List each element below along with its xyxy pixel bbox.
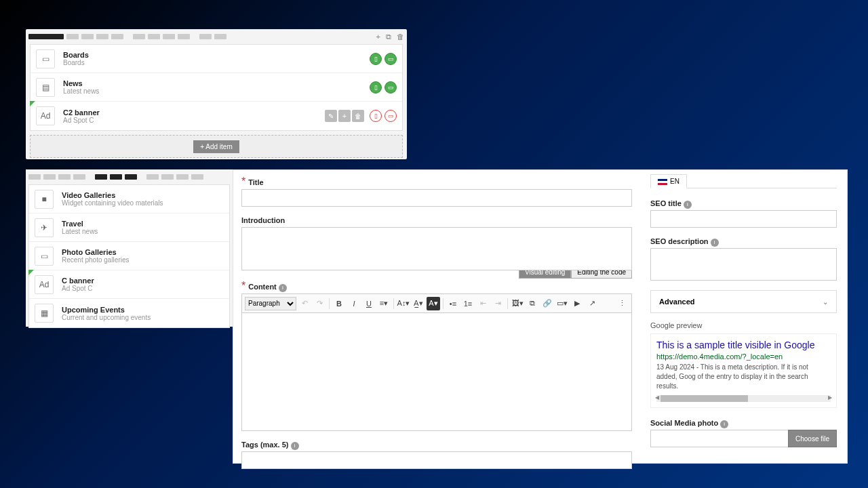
widget-row[interactable]: ■Video GalleriesWidget containing video … [29, 185, 229, 214]
image-icon[interactable]: 🖼▾ [511, 297, 524, 310]
widget-row[interactable]: ▤NewsLatest news▯▭ [31, 73, 402, 102]
widget-type-icon: ▤ [36, 78, 55, 97]
widget-type-icon: ▭ [35, 247, 54, 266]
widget-type-icon: Ad [35, 275, 54, 294]
list-ul-icon[interactable]: •≡ [446, 297, 460, 310]
widget-title: Boards [63, 51, 370, 59]
row-action-icon[interactable]: ✎ [325, 110, 337, 122]
widget-type-icon: ▦ [35, 304, 54, 323]
widget-title: C2 banner [63, 108, 325, 117]
widget-row[interactable]: ✈TravelLatest news [29, 214, 229, 242]
widget-subtitle: Boards [63, 59, 370, 66]
paragraph-select[interactable]: Paragraph [245, 297, 296, 310]
device-badge-icon[interactable]: ▭ [384, 53, 397, 65]
editor-toolbar: Paragraph ↶ ↷ B I U ≡▾ A↕▾ A̲▾ A▾ •≡ 1≡ … [241, 293, 632, 312]
widget-title: Video Galleries [62, 191, 224, 199]
undo-icon[interactable]: ↶ [298, 297, 311, 310]
widget-type-icon: ✈ [35, 218, 54, 237]
device-badge-icon[interactable]: ▯ [370, 81, 382, 94]
widget-row[interactable]: ▭BoardsBoards▯▭ [31, 45, 402, 73]
seo-desc-textarea[interactable] [650, 248, 837, 281]
widget-title: Upcoming Events [62, 306, 224, 314]
tags-label: Tags (max. 5) [241, 441, 289, 449]
g-desc: 13 Aug 2024 - This is a meta description… [656, 363, 831, 391]
widget-title: News [63, 79, 370, 87]
widget-row[interactable]: AdC2 bannerAd Spot C✎+🗑▯▭ [31, 102, 402, 130]
tags-input[interactable] [241, 451, 632, 469]
intro-textarea[interactable] [241, 227, 632, 270]
widget-subtitle: Widget containing video materials [62, 199, 224, 207]
add-item-button[interactable]: + Add item [193, 140, 239, 153]
widget-type-icon: ▭ [36, 49, 55, 68]
chevron-down-icon: ⌄ [823, 298, 828, 306]
row-action-icon[interactable]: 🗑 [352, 110, 364, 122]
preview-scroll[interactable]: ◀▶ [656, 395, 831, 402]
highlight-icon[interactable]: A▾ [427, 297, 440, 310]
fontsize-icon[interactable]: A↕▾ [397, 297, 410, 310]
gallery-icon[interactable]: ⧉ [526, 297, 539, 310]
g-url: https://demo.4media.com/?_locale=en [656, 352, 831, 361]
device-badge-icon[interactable]: ▭ [384, 110, 397, 122]
redo-icon[interactable]: ↷ [313, 297, 326, 310]
more-icon[interactable]: ⋮ [615, 297, 629, 310]
social-photo-input[interactable] [650, 430, 788, 447]
editor-panel: *Title Introduction *Contenti Visual edi… [233, 169, 848, 464]
add-item-row: + Add item [30, 135, 403, 158]
g-title: This is a sample title visible in Google [656, 340, 831, 350]
widget-subtitle: Latest news [62, 228, 224, 235]
widget-title: C banner [62, 277, 224, 285]
align-icon[interactable]: ≡▾ [377, 297, 391, 310]
info-icon: i [684, 201, 692, 209]
panel-delete-icon[interactable]: 🗑 [397, 33, 404, 41]
indent-icon[interactable]: ⇥ [491, 297, 505, 310]
widget-subtitle: Latest news [63, 87, 370, 95]
widget-row[interactable]: AdC bannerAd Spot C [29, 270, 229, 299]
info-icon: i [720, 420, 728, 428]
fontcolor-icon[interactable]: A̲▾ [412, 297, 425, 310]
widget-row[interactable]: ▭Photo GalleriesRecent photo galleries [29, 242, 229, 270]
embed-icon[interactable]: ▭▾ [555, 297, 569, 310]
widget-subtitle: Ad Spot C [63, 117, 325, 124]
widget-box-left: ■Video GalleriesWidget containing video … [26, 169, 233, 327]
italic-icon[interactable]: I [347, 297, 361, 310]
google-preview: This is a sample title visible in Google… [650, 333, 837, 408]
social-photo-label: Social Media photo [650, 419, 718, 427]
video-icon[interactable]: ▶ [570, 297, 584, 310]
widget-title: Travel [62, 220, 224, 228]
link-icon[interactable]: 🔗 [540, 297, 554, 310]
info-icon: i [711, 239, 719, 247]
seo-desc-label: SEO description [650, 237, 709, 245]
seo-title-input[interactable] [650, 210, 837, 228]
info-icon: i [279, 284, 287, 292]
widget-type-icon: Ad [36, 106, 55, 125]
content-editor[interactable] [241, 312, 632, 431]
google-preview-label: Google preview [650, 321, 837, 329]
widget-box-top: + ⧉ 🗑 ▭BoardsBoards▯▭▤NewsLatest news▯▭A… [26, 29, 407, 159]
bold-icon[interactable]: B [332, 297, 346, 310]
underline-icon[interactable]: U [362, 297, 376, 310]
outdent-icon[interactable]: ⇤ [476, 297, 490, 310]
advanced-accordion[interactable]: Advanced⌄ [650, 290, 837, 313]
widget-row[interactable]: ▦Upcoming EventsCurrent and upcoming eve… [29, 299, 229, 327]
widget-type-icon: ■ [35, 190, 54, 209]
content-label: Content [248, 283, 277, 291]
device-badge-icon[interactable]: ▯ [370, 53, 382, 65]
panel-copy-icon[interactable]: ⧉ [386, 33, 391, 41]
row-action-icon[interactable]: + [338, 110, 351, 122]
external-icon[interactable]: ↗ [585, 297, 599, 310]
widget-subtitle: Ad Spot C [62, 285, 224, 292]
widget-header-2 [26, 169, 233, 184]
flag-icon [658, 179, 667, 185]
device-badge-icon[interactable]: ▭ [384, 81, 397, 94]
title-label: Title [248, 178, 263, 186]
device-badge-icon[interactable]: ▯ [370, 110, 382, 122]
widget-title: Photo Galleries [62, 248, 224, 256]
lang-tab[interactable]: EN [650, 174, 687, 188]
seo-title-label: SEO title [650, 199, 682, 207]
panel-add-icon[interactable]: + [376, 33, 380, 41]
widget-subtitle: Current and upcoming events [62, 314, 224, 321]
intro-label: Introduction [241, 216, 285, 224]
choose-file-button[interactable]: Choose file [788, 430, 837, 447]
title-input[interactable] [241, 189, 632, 207]
list-ol-icon[interactable]: 1≡ [461, 297, 475, 310]
